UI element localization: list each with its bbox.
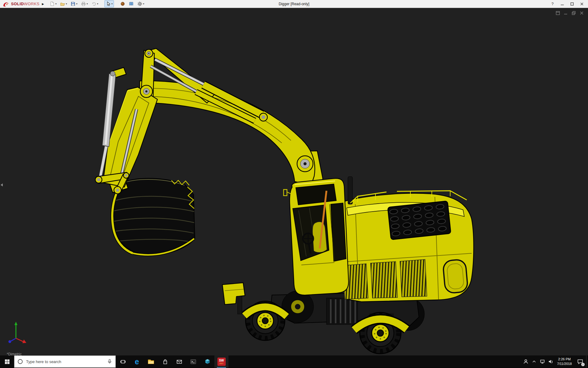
clock-time: 2:26 PM	[557, 357, 572, 362]
system-tray: 2:26 PM 7/11/2018 2	[522, 355, 588, 368]
document-window-controls	[556, 11, 584, 15]
app-mail[interactable]	[172, 355, 186, 368]
engine-body[interactable]	[342, 177, 474, 302]
model-canvas[interactable]	[0, 8, 588, 355]
select-tool-button[interactable]: ▾	[104, 0, 114, 7]
minimize-icon	[561, 2, 564, 6]
y-axis-arrow	[14, 322, 17, 325]
console-icon	[190, 359, 196, 365]
mail-envelope-icon	[176, 359, 182, 365]
maximize-button[interactable]	[567, 0, 577, 8]
engine-grille	[388, 201, 451, 240]
document-title: Digger [Read-only]	[279, 2, 309, 6]
notification-badge: 2	[581, 363, 585, 366]
hidden-icons-button[interactable]	[530, 355, 538, 368]
app-file-explorer[interactable]	[144, 355, 158, 368]
dassault-systemes-logo-icon	[2, 1, 10, 7]
network-tray-button[interactable]	[538, 355, 547, 368]
side-window	[331, 203, 346, 261]
z-axis-dot	[9, 340, 11, 343]
app-solidworks-2017[interactable]: SW 2017	[214, 355, 228, 368]
solidworks-logo: SOLIDWORKS	[1, 1, 41, 7]
task-view-button[interactable]	[116, 355, 130, 368]
standard-toolbar: ▾ ▾ ▾ ▾	[48, 0, 145, 7]
open-document-button[interactable]: ▾	[59, 0, 68, 7]
new-document-button[interactable]: ▾	[48, 0, 58, 7]
search-input[interactable]	[25, 359, 104, 364]
help-book-button[interactable]	[127, 0, 135, 7]
doc-close-icon[interactable]	[580, 11, 584, 15]
solidworks-taskbar-icon: SW 2017	[217, 358, 226, 366]
options-button[interactable]: ▾	[136, 0, 145, 7]
titlebar: SOLIDWORKS ▶ ▾ ▾ ▾	[0, 0, 588, 8]
mirror	[284, 190, 287, 196]
people-tray-button[interactable]	[522, 355, 530, 368]
volume-tray-button[interactable]	[547, 355, 555, 368]
doc-minimize-icon[interactable]	[564, 11, 568, 15]
help-button[interactable]: ?	[548, 0, 557, 8]
front-step[interactable]	[222, 283, 245, 314]
app-edge[interactable]: e	[130, 355, 144, 368]
person-icon	[523, 359, 529, 364]
brand-text: SOLIDWORKS	[11, 2, 40, 6]
rear-vent	[443, 259, 468, 293]
appearance-icon	[120, 1, 125, 6]
wheel-far-front[interactable]	[282, 291, 314, 323]
window-controls: ?	[548, 0, 587, 8]
app-store[interactable]	[158, 355, 172, 368]
doc-pane-icon[interactable]	[556, 11, 560, 15]
print-button[interactable]: ▾	[80, 0, 89, 7]
app-console[interactable]	[186, 355, 200, 368]
featuremanager-collapse-arrow[interactable]	[1, 183, 3, 186]
app-3d-builder[interactable]	[200, 355, 214, 368]
undo-button[interactable]: ▾	[90, 0, 100, 7]
chevron-up-icon	[532, 359, 537, 364]
windows-logo-icon	[5, 359, 10, 364]
cab[interactable]	[284, 178, 349, 295]
view-orientation-label: *Dimetric	[7, 352, 22, 355]
close-button[interactable]	[577, 0, 587, 8]
appearance-button[interactable]	[119, 0, 126, 7]
close-icon	[580, 2, 583, 6]
speaker-icon	[548, 359, 553, 364]
graphics-viewport[interactable]: *Dimetric	[0, 8, 588, 355]
open-folder-icon	[60, 1, 65, 6]
network-icon	[540, 359, 545, 364]
select-cursor-icon	[106, 1, 111, 6]
undo-arrow-icon	[91, 1, 96, 6]
excavator-model[interactable]	[95, 48, 474, 354]
new-document-icon	[50, 1, 55, 6]
task-view-icon	[120, 359, 126, 365]
clock-date: 7/11/2018	[557, 362, 572, 366]
store-bag-icon	[162, 359, 168, 365]
cortana-icon	[17, 359, 23, 364]
taskbar-clock[interactable]: 2:26 PM 7/11/2018	[555, 355, 574, 368]
reference-triad	[4, 320, 29, 347]
microphone-icon[interactable]	[107, 359, 112, 364]
book-icon	[129, 1, 134, 6]
save-button[interactable]: ▾	[69, 0, 79, 7]
gear-icon	[137, 1, 142, 6]
cube-icon	[205, 358, 210, 365]
menu-expander-arrow[interactable]: ▶	[41, 2, 47, 6]
doc-restore-icon[interactable]	[572, 11, 576, 15]
maximize-icon	[571, 2, 574, 6]
side-grilles	[342, 259, 427, 299]
minimize-button[interactable]	[557, 0, 567, 8]
windows-taskbar: e SW 2017	[0, 355, 588, 368]
folder-icon	[148, 358, 154, 365]
print-icon	[81, 1, 86, 6]
show-desktop-button[interactable]	[586, 355, 588, 368]
edge-icon: e	[135, 358, 139, 366]
action-center-button[interactable]: 2	[574, 355, 586, 368]
exhaust-pipe	[348, 177, 352, 204]
boom-arm[interactable]	[95, 48, 323, 198]
taskbar-search[interactable]	[14, 355, 116, 368]
save-floppy-icon	[70, 1, 76, 6]
start-button[interactable]	[0, 355, 14, 368]
